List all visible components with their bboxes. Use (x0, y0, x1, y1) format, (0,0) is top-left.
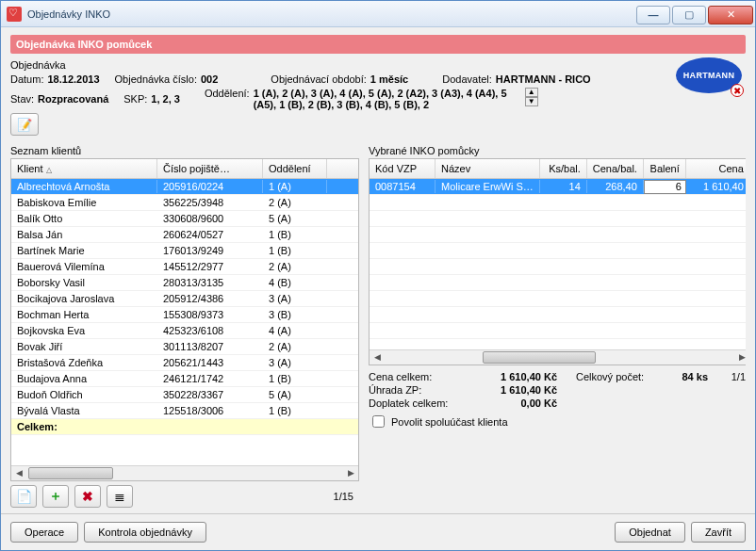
table-row-empty (370, 259, 746, 275)
clients-grid-header: Klient△ Číslo pojiště… Oddělení (11, 159, 358, 179)
clients-panel: Seznam klientů Klient△ Číslo pojiště… Od… (10, 141, 359, 508)
window: Objednávky INKO Objednávka INKO pomůcek … (0, 0, 756, 551)
items-hscroll[interactable]: ◀ ▶ (370, 349, 746, 365)
add-button[interactable]: ＋ (42, 485, 69, 508)
table-row[interactable]: Bartínek Marie176013/92491 (B) (11, 243, 358, 259)
section-objednavka: Objednávka (10, 59, 66, 71)
oddeleni-spin-up[interactable]: ▲ (525, 88, 538, 97)
table-row[interactable]: Bristašová Zdeňka205621/14433 (A) (11, 355, 358, 371)
clients-grid: Klient△ Číslo pojiště… Oddělení Albrecht… (10, 158, 359, 481)
table-row[interactable]: Babiskova Emílie356225/39482 (A) (11, 195, 358, 211)
dodavatel-label: Dodavatel: (442, 73, 492, 85)
stav-label: Stav: (10, 93, 34, 105)
table-row[interactable]: Bývalá Vlasta125518/30061 (B) (11, 403, 358, 419)
col-cenabal[interactable]: Cena/bal. (587, 159, 644, 178)
supplier-logo: HARTMANN ✖ (676, 57, 742, 95)
cena-celkem-value: 1 610,40 Kč (472, 371, 557, 382)
table-row-empty (370, 211, 746, 227)
datum-value: 18.12.2013 (47, 73, 99, 85)
table-row-empty (370, 195, 746, 211)
items-title: Vybrané INKO pomůcky (369, 145, 746, 156)
scroll-thumb[interactable] (483, 351, 596, 364)
delete-button[interactable]: ✖ (74, 485, 101, 508)
table-row-empty (370, 291, 746, 307)
footer: Operace Kontrola objednávky Objednat Zav… (1, 513, 755, 550)
table-row[interactable]: Budajova Anna246121/17421 (B) (11, 371, 358, 387)
items-grid: Kód VZP Název Ks/bal. Cena/bal. Balení C… (369, 158, 746, 365)
col-pojistne[interactable]: Číslo pojiště… (157, 159, 263, 178)
table-row-empty (370, 307, 746, 323)
table-row[interactable]: Bojkovska Eva425323/61084 (A) (11, 323, 358, 339)
col-klient[interactable]: Klient△ (11, 159, 157, 178)
supplier-logo-remove-icon[interactable]: ✖ (731, 84, 744, 97)
summary: Cena celkem: 1 610,40 Kč Celkový počet: … (369, 371, 746, 409)
items-page: 1/1 (708, 371, 746, 382)
table-row[interactable]: Boborsky Vasil280313/31354 (B) (11, 275, 358, 291)
oddeleni-spin-down[interactable]: ▼ (525, 97, 538, 106)
zavrit-button[interactable]: Zavřít (691, 522, 746, 543)
col-ksbal[interactable]: Ks/bal. (540, 159, 587, 178)
uhrada-value: 1 610,40 Kč (472, 384, 557, 396)
kontrola-button[interactable]: Kontrola objednávky (84, 522, 206, 543)
edit-order-button[interactable]: 📝 (10, 113, 39, 136)
col-kod[interactable]: Kód VZP (370, 159, 436, 178)
table-row-empty (370, 323, 746, 339)
stav-value: Rozpracovaná (38, 93, 108, 105)
clients-total-row: Celkem: (11, 419, 358, 435)
order-meta: Objednávka Datum: 18.12.2013 Objednávka … (10, 57, 746, 141)
col-nazev[interactable]: Název (436, 159, 540, 178)
cena-celkem-label: Cena celkem: (369, 371, 472, 382)
note-button[interactable]: 📄 (10, 485, 37, 508)
povolit-checkbox-label[interactable]: Povolit spoluúčast klienta (369, 413, 746, 430)
order-header-banner: Objednávka INKO pomůcek (10, 35, 746, 54)
table-row[interactable]: Bauerová Vilemína145512/29772 (A) (11, 259, 358, 275)
list-button[interactable]: ≣ (107, 485, 133, 508)
scroll-right-icon[interactable]: ▶ (735, 350, 746, 365)
col-baleni[interactable]: Balení (644, 159, 686, 178)
obdobi-value: 1 měsíc (370, 73, 408, 85)
table-row[interactable]: Bovak Jiří301113/82072 (A) (11, 339, 358, 355)
table-row-empty (370, 243, 746, 259)
doplatek-value: 0,00 Kč (472, 397, 557, 409)
maximize-button[interactable] (672, 6, 706, 24)
clients-title: Seznam klientů (10, 145, 359, 156)
scroll-thumb[interactable] (28, 467, 113, 479)
povolit-checkbox[interactable] (372, 415, 385, 428)
titlebar: Objednávky INKO (1, 1, 755, 27)
table-row-empty (370, 227, 746, 243)
operace-button[interactable]: Operace (10, 522, 78, 543)
content: Objednávka INKO pomůcek Objednávka Datum… (1, 27, 755, 513)
table-row-empty (370, 339, 746, 349)
scroll-left-icon[interactable]: ◀ (370, 350, 385, 365)
supplier-logo-text: HARTMANN (683, 71, 734, 80)
skp-label: SKP: (123, 93, 147, 105)
cislo-value: 002 (201, 73, 218, 85)
table-row[interactable]: Albrechtová Arnošta205916/02241 (A) (11, 179, 358, 195)
table-row[interactable]: Balsa Ján260624/05271 (B) (11, 227, 358, 243)
col-oddeleni[interactable]: Oddělení (263, 159, 327, 178)
oddeleni-spinner: ▲ ▼ (525, 88, 538, 106)
obdobi-label: Objednávací období: (271, 73, 367, 85)
pocet-value: 84 ks (651, 371, 708, 382)
minimize-button[interactable] (636, 6, 670, 24)
datum-label: Datum: (10, 73, 43, 85)
clients-actions: 📄 ＋ ✖ ≣ 1/15 (10, 485, 359, 508)
uhrada-label: Úhrada ZP: (369, 384, 472, 396)
table-row[interactable]: Balík Otto330608/96005 (A) (11, 211, 358, 227)
scroll-left-icon[interactable]: ◀ (11, 466, 26, 480)
povolit-label: Povolit spoluúčast klienta (391, 416, 508, 428)
oddeleni-value: 1 (A), 2 (A), 3 (A), 4 (A), 5 (A), 2 (A2… (254, 88, 518, 110)
clients-hscroll[interactable]: ◀ ▶ (11, 465, 358, 480)
table-row[interactable]: Bocikajova Jaroslava205912/43863 (A) (11, 291, 358, 307)
table-row[interactable]: 0087154Molicare ErwWi S…14268,4061 610,4… (370, 179, 746, 195)
dodavatel-value: HARTMANN - RICO (496, 73, 591, 85)
table-row[interactable]: Bochman Herta155308/93733 (B) (11, 307, 358, 323)
table-row[interactable]: Budoň Oldřich350228/33675 (A) (11, 387, 358, 403)
oddeleni-label: Oddělení: (205, 88, 250, 99)
close-button[interactable] (708, 6, 753, 24)
objednat-button[interactable]: Objednat (615, 522, 685, 543)
scroll-right-icon[interactable]: ▶ (343, 466, 358, 480)
table-row-empty (370, 275, 746, 291)
col-cena[interactable]: Cena (686, 159, 746, 178)
window-title: Objednávky INKO (27, 8, 636, 20)
